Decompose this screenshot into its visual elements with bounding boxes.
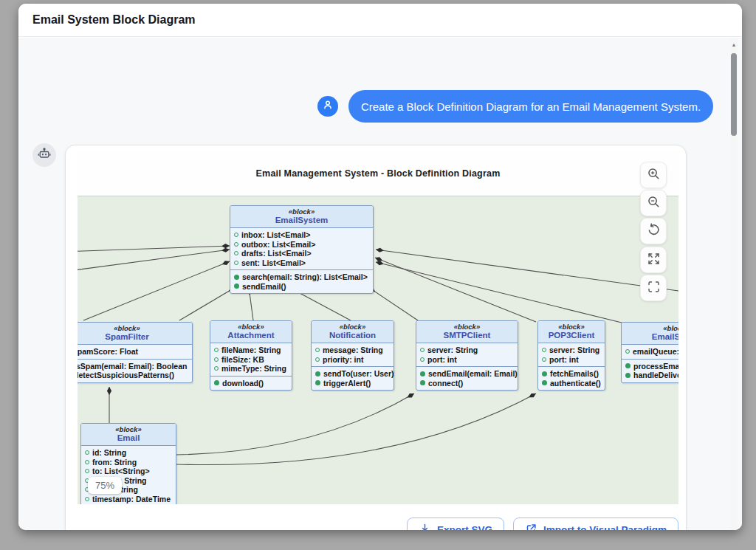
attribute-icon: [234, 233, 238, 237]
block-attribute: id: String: [85, 448, 172, 458]
app-content: Create a Block Definition Diagram for an…: [18, 38, 742, 530]
scrollbar-up-arrow[interactable]: ▲: [730, 42, 738, 48]
operation-icon: [234, 275, 239, 280]
attribute-icon: [542, 348, 546, 352]
block-stereotype: «block»: [625, 324, 678, 332]
zoom-in-icon: [647, 167, 661, 184]
scrollbar[interactable]: ▲: [730, 38, 738, 530]
operation-icon: [234, 283, 239, 289]
block-attribute: fileSize: KB: [214, 355, 288, 365]
block-name: POP3Client: [541, 331, 602, 340]
block-attribute: outbox: List<Email>: [234, 240, 369, 250]
block-spamfilter[interactable]: «block» SpamFilter spamScore: Float isSp…: [78, 322, 193, 383]
diagram-title: Email Management System - Block Definiti…: [256, 168, 501, 179]
attribute-icon: [315, 357, 320, 362]
attribute-icon: [85, 460, 89, 464]
block-emailsystem[interactable]: «block» EmailSystem inbox: List<Email> o…: [230, 205, 374, 294]
scrollbar-thumb[interactable]: [731, 53, 737, 136]
reset-view-icon: [647, 223, 661, 240]
block-attribute: drafts: List<Email>: [234, 249, 369, 258]
robot-icon: [37, 146, 52, 164]
block-operation: sendTo(user: User): [315, 369, 390, 379]
zoom-out-icon: [647, 195, 661, 212]
block-attribute: priority: int: [315, 355, 390, 365]
expand-button[interactable]: [640, 247, 667, 273]
block-operation: connect(): [420, 379, 514, 388]
attribute-icon: [542, 357, 546, 362]
composition-connector: [176, 393, 536, 465]
diagram-canvas[interactable]: «block» EmailSystem inbox: List<Email> o…: [78, 196, 678, 504]
block-attribute: server: String: [420, 346, 514, 355]
zoom-level-badge: 75%: [88, 477, 122, 494]
block-operation: authenticate(): [542, 379, 601, 388]
block-operation: sendEmail(): [234, 282, 369, 292]
block-attribute: sent: List<Email>: [234, 258, 369, 268]
import-visual-paradigm-button[interactable]: Import to Visual Paradigm: [513, 518, 678, 530]
block-operation: sendEmail(email: Email): [420, 369, 514, 379]
zoom-in-button[interactable]: [640, 162, 667, 188]
operation-icon: [420, 380, 425, 385]
block-attribute: mimeType: String: [214, 364, 288, 374]
composition-connector: [376, 250, 678, 291]
bot-avatar: [32, 143, 56, 167]
block-operation: download(): [214, 379, 288, 388]
block-stereotype: «block»: [419, 323, 515, 331]
zoom-out-button[interactable]: [640, 190, 667, 216]
block-emailserver[interactable]: «block» EmailServer emailQueue: List<Ema…: [621, 322, 678, 383]
diagram-titlebar: Email Management System - Block Definiti…: [78, 151, 678, 196]
operation-icon: [315, 380, 320, 385]
app-window: Email System Block Diagram Create a Bloc…: [18, 4, 742, 530]
block-attribute: to: List<String>: [85, 467, 172, 476]
block-name: SpamFilter: [78, 332, 189, 342]
block-stereotype: «block»: [78, 324, 189, 332]
block-smtpclient[interactable]: «block» SMTPClient server: String port: …: [416, 320, 518, 391]
attribute-icon: [214, 366, 219, 371]
attribute-icon: [420, 357, 425, 362]
block-attribute: port: int: [420, 355, 514, 365]
block-name: EmailSystem: [233, 216, 370, 225]
composition-connector: [179, 287, 236, 320]
block-stereotype: «block»: [84, 425, 173, 433]
composition-connector: [78, 246, 230, 252]
block-attachment[interactable]: «block» Attachment fileName: String file…: [210, 320, 292, 391]
block-attribute: message: String: [315, 346, 390, 355]
block-attribute: from: String: [85, 458, 172, 467]
composition-connector: [368, 287, 418, 320]
block-operation: fetchEmails(): [542, 369, 601, 379]
diagram-panel: Email Management System - Block Definiti…: [65, 145, 687, 530]
block-name: Email: [84, 433, 173, 443]
operation-icon: [542, 380, 547, 385]
attribute-icon: [214, 348, 219, 352]
operation-icon: [214, 380, 219, 385]
block-name: Attachment: [213, 331, 289, 340]
attribute-icon: [234, 261, 238, 265]
export-svg-button[interactable]: Export SVG: [407, 518, 504, 530]
attribute-icon: [85, 450, 89, 455]
composition-connector: [376, 262, 625, 323]
composition-connector: [375, 258, 536, 322]
page-title: Email System Block Diagram: [32, 13, 196, 27]
download-icon: [419, 523, 431, 531]
diagram-frame: Email Management System - Block Definiti…: [78, 151, 678, 504]
block-pop3client[interactable]: «block» POP3Client server: String port: …: [537, 320, 605, 391]
user-message-bubble: Create a Block Definition Diagram for an…: [348, 90, 713, 123]
operation-icon: [625, 373, 630, 378]
block-attribute: emailQueue: List<Email>: [625, 347, 678, 357]
fit-screen-button[interactable]: [640, 275, 667, 301]
app-header: Email System Block Diagram: [18, 4, 742, 37]
diagram-footer: Export SVG Import to Visual Paradigm: [407, 518, 678, 530]
block-operation: triggerAlert(): [315, 379, 390, 388]
block-operation: isSpam(email: Email): Boolean: [78, 362, 188, 371]
reset-view-button[interactable]: [640, 218, 667, 244]
expand-icon: [647, 252, 661, 269]
operation-icon: [315, 371, 320, 377]
composition-connector: [83, 261, 230, 320]
block-notification[interactable]: «block» Notification message: String pri…: [311, 320, 394, 391]
block-attribute: readStatus: Boolean: [85, 503, 172, 504]
block-stereotype: «block»: [213, 323, 289, 331]
block-name: SMTPClient: [419, 331, 515, 340]
block-stereotype: «block»: [541, 323, 602, 331]
block-attribute: spamScore: Float: [78, 347, 188, 357]
block-attribute: inbox: List<Email>: [234, 230, 369, 240]
operation-icon: [542, 371, 547, 377]
